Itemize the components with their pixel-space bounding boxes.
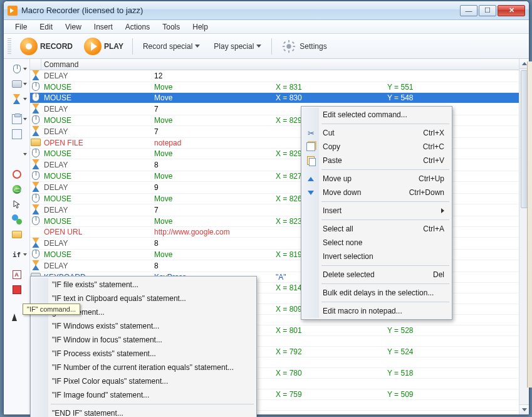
table-row[interactable]: MOUSEMoveX = 830Y = 548 xyxy=(30,93,529,103)
context-menu-item[interactable]: Move downCtrl+Down xyxy=(303,186,451,199)
table-row[interactable]: MOUSEMoveX = 819 xyxy=(30,250,529,260)
paste-icon xyxy=(307,156,315,165)
menu-separator xyxy=(321,169,449,170)
table-row[interactable]: MOUSEMoveX = 826 xyxy=(30,194,529,204)
table-row[interactable]: DELAY12 xyxy=(30,70,529,82)
grid-header[interactable]: Command xyxy=(30,59,529,70)
table-row[interactable]: MOUSEMoveX = 823 xyxy=(30,216,529,227)
lt-pencil[interactable] xyxy=(7,148,27,161)
context-menu-item[interactable]: Invert selection xyxy=(303,250,451,263)
record-special-dropdown[interactable]: Record special xyxy=(138,40,205,53)
if-menu-item[interactable]: "IF file exists" statement... xyxy=(32,278,255,292)
table-row[interactable]: DELAY8 xyxy=(30,159,529,171)
titlebar[interactable]: Macro Recorder (licensed to jazz) — ☐ ✕ xyxy=(4,1,529,20)
table-row[interactable]: MOUSEMoveX = 831Y = 551 xyxy=(30,82,529,93)
record-button[interactable]: RECORD xyxy=(16,36,76,56)
cmd-name: DELAY xyxy=(44,71,68,80)
context-menu-item[interactable]: ✂CutCtrl+X xyxy=(303,126,451,140)
play-icon xyxy=(84,38,102,55)
context-menu-item[interactable]: Insert xyxy=(303,204,451,218)
chevron-down-icon xyxy=(195,45,200,48)
mouse-icon xyxy=(32,216,39,225)
record-label: RECORD xyxy=(40,42,73,51)
cmd-param1: Move xyxy=(154,149,172,158)
maximize-button[interactable]: ☐ xyxy=(479,5,496,16)
play-special-dropdown[interactable]: Play special xyxy=(209,40,266,53)
cmd-param1: Move xyxy=(154,83,172,92)
close-button[interactable]: ✕ xyxy=(498,5,525,16)
table-row[interactable]: MOUSEMoveX = 829 xyxy=(30,149,529,159)
menu-edit[interactable]: Edit xyxy=(33,21,59,33)
menu-file[interactable]: File xyxy=(9,21,33,33)
menu-view[interactable]: View xyxy=(59,21,88,33)
context-menu-item[interactable]: Bulk edit delays in the selection... xyxy=(303,286,451,300)
if-menu-item[interactable]: "IF Image found" statement... xyxy=(32,388,255,402)
cmd-name: DELAY xyxy=(44,206,68,214)
lt-rec[interactable] xyxy=(7,168,27,181)
lt-clipboard[interactable] xyxy=(7,113,27,125)
hourglass-icon xyxy=(31,103,41,113)
context-menu-item[interactable]: Move upCtrl+Up xyxy=(303,172,451,186)
play-button[interactable]: PLAY xyxy=(80,36,127,56)
cmd-name: DELAY xyxy=(44,105,68,113)
cmd-param2: X = 827 xyxy=(276,172,302,181)
lt-paste[interactable] xyxy=(7,128,27,140)
table-row[interactable]: OPEN URLhttp://www.google.com xyxy=(30,227,529,238)
lt-cursor[interactable] xyxy=(7,198,27,211)
if-menu-item[interactable]: "IF Windows exists" statement... xyxy=(32,319,255,333)
lt-if[interactable]: if xyxy=(7,248,27,261)
cmd-param2: X = 831 xyxy=(276,83,302,92)
lt-globe[interactable] xyxy=(7,183,27,196)
toolbar-separator xyxy=(132,38,133,55)
if-menu-item[interactable]: "IF Process exists" statement... xyxy=(32,347,255,361)
hourglass-icon xyxy=(31,70,41,80)
context-menu-item[interactable]: CopyCtrl+C xyxy=(303,140,451,154)
context-menu-item[interactable]: Delete selectedDel xyxy=(303,268,451,282)
lt-box-a[interactable]: A xyxy=(7,268,27,281)
scroll-down-button[interactable] xyxy=(519,404,529,414)
menu-tools[interactable]: Tools xyxy=(156,21,186,33)
table-row[interactable]: OPEN FILEnotepad xyxy=(30,138,529,149)
lt-mouse[interactable] xyxy=(7,63,27,75)
table-row[interactable]: DELAY9 xyxy=(30,182,529,194)
if-menu-item[interactable]: "IF Number of the current iteration equa… xyxy=(32,361,255,374)
cmd-param2: X = 819 xyxy=(276,250,302,259)
table-row[interactable]: DELAY8 xyxy=(30,238,529,250)
arrow-up-icon xyxy=(308,177,314,181)
menu-insert[interactable]: Insert xyxy=(88,21,119,33)
menu-help[interactable]: Help xyxy=(186,21,214,33)
table-row[interactable]: DELAY8 xyxy=(30,260,529,272)
lt-red-sq[interactable] xyxy=(7,283,27,296)
table-row[interactable]: DELAY7 xyxy=(30,126,529,138)
cmd-param3: Y = 518 xyxy=(387,369,413,377)
context-menu-item[interactable]: Edit macro in notepad... xyxy=(303,304,451,318)
cmd-param1: Move xyxy=(154,116,172,125)
if-menu-item[interactable]: "END IF" statement... xyxy=(32,406,255,417)
context-menu-item[interactable]: Edit selected command... xyxy=(303,108,451,122)
cmd-param1: http://www.google.com xyxy=(154,228,230,236)
cmd-param1: 9 xyxy=(154,183,159,192)
svg-rect-6 xyxy=(292,49,295,51)
settings-button[interactable]: Settings xyxy=(277,37,330,56)
lt-folder[interactable] xyxy=(7,228,27,241)
if-menu-item[interactable]: "IF Window in focus" statement... xyxy=(32,333,255,347)
context-menu-item[interactable]: Select allCtrl+A xyxy=(303,222,451,236)
context-menu-item[interactable]: Select none xyxy=(303,236,451,250)
lt-gears[interactable] xyxy=(7,213,27,226)
context-menu-item[interactable]: PasteCtrl+V xyxy=(303,154,451,167)
lt-hourglass[interactable] xyxy=(7,93,27,105)
menu-actions[interactable]: Actions xyxy=(119,21,156,33)
toolbar-grip[interactable] xyxy=(8,38,11,55)
svg-point-0 xyxy=(287,44,291,48)
clipboard-icon xyxy=(12,114,22,124)
cmd-name: MOUSE xyxy=(44,217,71,226)
table-row[interactable]: MOUSEMoveX = 829 xyxy=(30,115,529,126)
if-menu-item[interactable]: "IF Pixel Color equals" statement... xyxy=(32,374,255,388)
table-row[interactable]: DELAY7 xyxy=(30,103,529,115)
table-row[interactable]: DELAY7 xyxy=(30,204,529,216)
cmd-param2: X = 759 xyxy=(276,390,302,399)
lt-key[interactable] xyxy=(7,78,27,90)
table-row[interactable]: MOUSEMoveX = 827 xyxy=(30,171,529,182)
mouse-icon xyxy=(13,65,21,73)
minimize-button[interactable]: — xyxy=(460,5,477,16)
